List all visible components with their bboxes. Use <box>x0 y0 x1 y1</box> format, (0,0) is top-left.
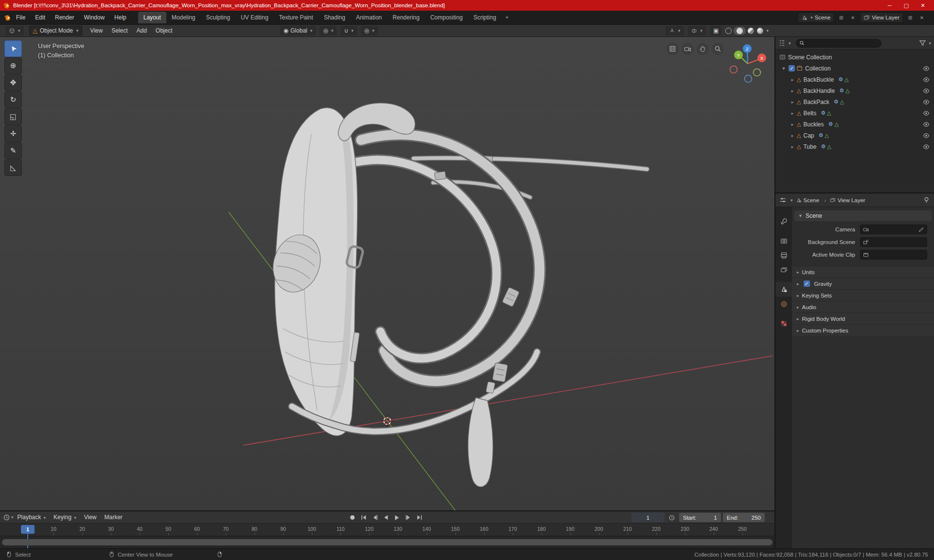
workspace-tab-modeling[interactable]: Modeling <box>166 12 201 23</box>
auto-keying-record-button[interactable] <box>347 513 357 522</box>
navigation-gizmo[interactable]: Z Y X <box>728 44 768 84</box>
tool-transform[interactable]: ✛ <box>4 125 22 142</box>
proportional-editing-toggle[interactable]: ◎ ▾ <box>361 26 378 35</box>
tab-tool[interactable] <box>775 214 792 228</box>
menu-file[interactable]: File <box>11 12 30 23</box>
section-gravity[interactable]: ▸ ✓ Gravity <box>792 278 934 290</box>
chevron-down-icon[interactable]: ▾ <box>929 41 931 46</box>
tool-measure[interactable]: ◺ <box>4 159 22 176</box>
editor-properties-icon[interactable] <box>779 196 787 204</box>
background-scene-field[interactable] <box>860 237 927 247</box>
editor-type-selector[interactable]: ▾ <box>5 26 24 35</box>
menu-edit[interactable]: Edit <box>30 12 50 23</box>
editor-outliner-icon[interactable] <box>778 39 786 47</box>
3d-viewport[interactable]: User Perspective (1) Collection ➤ ⊕ ✥ ↻ … <box>0 37 774 510</box>
expand-arrow-icon[interactable]: ▸ <box>789 144 796 149</box>
eyedropper-icon[interactable] <box>918 227 924 232</box>
snapping-toggle[interactable]: ∪ ▾ <box>341 26 357 35</box>
menu-render[interactable]: Render <box>50 12 79 23</box>
tool-rotate[interactable]: ↻ <box>4 91 22 108</box>
jump-to-start-button[interactable] <box>359 513 368 522</box>
pin-icon[interactable] <box>923 196 930 204</box>
camera-field[interactable] <box>860 225 927 234</box>
unlink-scene-button[interactable]: ✕ <box>848 13 857 22</box>
section-custom-properties[interactable]: ▸ Custom Properties <box>792 325 934 336</box>
outliner-object-row-backhandle[interactable]: ▸ △ BackHandle ⚙△ <box>775 85 934 96</box>
jump-to-end-button[interactable] <box>414 513 424 522</box>
shading-material-button[interactable] <box>748 28 754 34</box>
new-scene-button[interactable]: ⊞ <box>837 13 845 22</box>
hide-eye-icon[interactable] <box>923 99 930 105</box>
tab-view-layer[interactable] <box>775 262 792 277</box>
minimize-button[interactable]: ─ <box>881 2 898 9</box>
outliner-object-row-buckles[interactable]: ▸ △ Buckles ⚙△ <box>775 119 934 130</box>
breadcrumb-scene[interactable]: Scene <box>796 197 820 203</box>
hide-eye-icon[interactable] <box>923 110 930 117</box>
editor-timeline-icon[interactable] <box>3 514 10 521</box>
menu-add[interactable]: Add <box>133 26 151 35</box>
mode-selector[interactable]: △ Object Mode ▾ <box>29 26 83 35</box>
tool-move[interactable]: ✥ <box>4 74 22 91</box>
horizontal-scrollbar[interactable] <box>2 539 772 545</box>
menu-select[interactable]: Select <box>108 26 131 35</box>
new-view-layer-button[interactable]: ⊞ <box>906 13 915 22</box>
toggle-perspective-grid-icon[interactable] <box>666 43 679 55</box>
hide-eye-icon[interactable] <box>923 132 930 139</box>
outliner-collection-row[interactable]: ▼ ✓ Collection <box>775 63 934 74</box>
hide-eye-icon[interactable] <box>923 65 930 72</box>
chevron-down-icon[interactable]: ▾ <box>789 41 791 46</box>
menu-view[interactable]: View <box>86 26 107 35</box>
gizmo-minus-x-axis[interactable] <box>730 66 737 73</box>
expand-arrow-icon[interactable]: ▸ <box>789 122 796 127</box>
camera-view-icon[interactable] <box>682 43 694 55</box>
collection-checkbox[interactable]: ✓ <box>789 65 795 71</box>
current-frame-field[interactable]: 1 <box>631 513 665 522</box>
outliner-object-row-belts[interactable]: ▸ △ Belts ⚙△ <box>775 107 934 119</box>
breadcrumb-view-layer[interactable]: View Layer <box>822 197 865 203</box>
menu-marker[interactable]: Marker <box>100 512 126 522</box>
section-audio[interactable]: ▸ Audio <box>792 301 934 313</box>
move-view-icon[interactable] <box>697 43 709 55</box>
workspace-tab-uv-editing[interactable]: UV Editing <box>235 12 274 23</box>
expand-arrow-icon[interactable]: ▸ <box>789 100 796 105</box>
hide-eye-icon[interactable] <box>923 88 930 94</box>
tool-select-box[interactable]: ➤ <box>4 40 22 57</box>
gravity-checkbox[interactable]: ✓ <box>804 280 810 287</box>
gizmo-minus-z-axis[interactable] <box>745 75 752 83</box>
close-button[interactable]: ✕ <box>915 2 931 9</box>
tool-scale[interactable]: ◱ <box>4 108 22 125</box>
tab-render[interactable] <box>775 233 792 248</box>
frame-start-field[interactable]: Start: 1 <box>679 513 721 522</box>
xray-toggle[interactable]: ▣ <box>710 26 722 35</box>
maximize-button[interactable]: ▢ <box>898 2 915 9</box>
scene-panel-header[interactable]: ▼ Scene <box>794 210 932 221</box>
tab-world[interactable] <box>775 297 792 311</box>
outliner-scene-collection-row[interactable]: Scene Collection <box>775 52 934 63</box>
expand-arrow-icon[interactable]: ▸ <box>789 133 796 138</box>
show-overlays-toggle[interactable]: ▾ <box>688 26 706 35</box>
timeline-ruler[interactable]: 10 20 30 40 50 60 70 80 90 100 110 120 1… <box>0 524 774 536</box>
blender-menu-icon[interactable] <box>4 14 11 21</box>
tool-annotate[interactable]: ✎ <box>4 142 22 159</box>
remove-view-layer-button[interactable]: ✕ <box>917 13 926 22</box>
backpack-model[interactable] <box>266 103 647 487</box>
workspace-tab-rendering[interactable]: Rendering <box>387 12 425 23</box>
workspace-tab-layout[interactable]: Layout <box>138 12 166 23</box>
outliner-object-row-cap[interactable]: ▸ △ Cap ⚙△ <box>775 130 934 141</box>
gizmo-minus-y-axis[interactable] <box>754 69 761 76</box>
menu-help[interactable]: Help <box>109 12 131 23</box>
hide-eye-icon[interactable] <box>923 143 930 150</box>
shading-rendered-button[interactable] <box>757 28 763 34</box>
workspace-tab-texture-paint[interactable]: Texture Paint <box>274 12 319 23</box>
hide-eye-icon[interactable] <box>923 121 930 128</box>
section-rigid-body-world[interactable]: ▸ Rigid Body World <box>792 313 934 325</box>
shading-options-dropdown[interactable]: ▾ <box>766 28 769 33</box>
hide-eye-icon[interactable] <box>923 76 930 83</box>
scene-selector[interactable]: ▾ Scene <box>798 13 834 22</box>
section-keying-sets[interactable]: ▸ Keying Sets <box>792 290 934 301</box>
filter-funnel-icon[interactable] <box>919 39 926 47</box>
active-movie-clip-field[interactable] <box>860 250 927 260</box>
workspace-tab-animation[interactable]: Animation <box>351 12 387 23</box>
tool-cursor[interactable]: ⊕ <box>4 57 22 74</box>
tab-texture[interactable] <box>775 316 792 331</box>
